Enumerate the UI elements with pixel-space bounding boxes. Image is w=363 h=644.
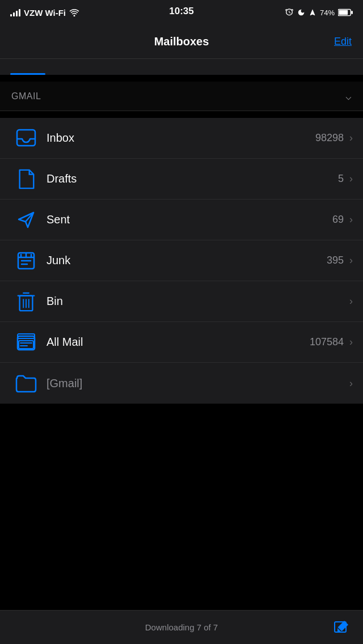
gmail-section-header[interactable]: GMAIL ⌵ bbox=[0, 82, 363, 111]
mailbox-item-drafts[interactable]: Drafts 5 › bbox=[0, 159, 363, 200]
drafts-icon bbox=[10, 169, 42, 189]
drafts-label: Drafts bbox=[42, 172, 338, 185]
junk-icon bbox=[10, 251, 42, 271]
bin-label: Bin bbox=[42, 295, 344, 308]
inbox-count: 98298 bbox=[315, 132, 344, 144]
junk-label: Junk bbox=[42, 254, 327, 267]
alarm-icon bbox=[285, 8, 294, 17]
bin-chevron-icon: › bbox=[349, 295, 353, 307]
mailbox-item-allmail[interactable]: All Mail 107584 › bbox=[0, 322, 363, 363]
svg-rect-1 bbox=[351, 11, 353, 14]
status-right: 74% bbox=[285, 8, 353, 17]
junk-count: 395 bbox=[327, 255, 344, 266]
bottom-toolbar: Downloading 7 of 7 bbox=[0, 610, 363, 644]
mailbox-item-sent[interactable]: Sent 69 › bbox=[0, 200, 363, 240]
svg-rect-2 bbox=[339, 10, 348, 15]
inbox-chevron-icon: › bbox=[349, 132, 353, 144]
mailbox-item-inbox[interactable]: Inbox 98298 › bbox=[0, 118, 363, 159]
bin-icon bbox=[10, 291, 42, 312]
allmail-icon bbox=[10, 333, 42, 352]
mailbox-item-junk[interactable]: Junk 395 › bbox=[0, 240, 363, 281]
svg-rect-3 bbox=[17, 130, 35, 146]
scroll-indicator-container bbox=[0, 59, 363, 75]
allmail-label: All Mail bbox=[42, 336, 310, 349]
section-separator bbox=[0, 75, 363, 82]
allmail-chevron-icon: › bbox=[349, 336, 353, 348]
svg-rect-20 bbox=[19, 341, 33, 349]
signal-bars-icon bbox=[10, 9, 20, 16]
junk-chevron-icon: › bbox=[349, 255, 353, 266]
allmail-count: 107584 bbox=[310, 336, 344, 348]
inbox-label: Inbox bbox=[42, 132, 315, 145]
inbox-icon bbox=[10, 129, 42, 148]
carrier-label: VZW Wi-Fi bbox=[24, 8, 66, 18]
scroll-indicator bbox=[10, 73, 45, 75]
edit-button[interactable]: Edit bbox=[334, 36, 352, 48]
download-status: Downloading 7 of 7 bbox=[32, 622, 331, 632]
mailbox-item-gmail[interactable]: [Gmail] › bbox=[0, 363, 363, 404]
battery-icon bbox=[338, 9, 353, 16]
moon-icon bbox=[297, 9, 305, 16]
section-label: GMAIL bbox=[11, 91, 41, 101]
sent-label: Sent bbox=[42, 213, 332, 226]
status-left: VZW Wi-Fi bbox=[10, 8, 79, 18]
compose-button[interactable] bbox=[331, 617, 352, 638]
gmail-label: [Gmail] bbox=[42, 377, 344, 390]
status-bar: VZW Wi-Fi 10:35 74% bbox=[0, 0, 363, 25]
gmail-folder-icon bbox=[10, 374, 42, 393]
mail-list: Inbox 98298 › Drafts 5 › Sent 69 › bbox=[0, 118, 363, 404]
location-icon bbox=[309, 9, 316, 16]
sent-icon bbox=[10, 210, 42, 230]
sent-count: 69 bbox=[332, 214, 344, 226]
sent-chevron-icon: › bbox=[349, 214, 353, 226]
drafts-chevron-icon: › bbox=[349, 173, 353, 185]
drafts-count: 5 bbox=[338, 173, 344, 185]
gmail-chevron-icon: › bbox=[349, 378, 353, 389]
chevron-down-icon: ⌵ bbox=[345, 90, 352, 103]
mailbox-item-bin[interactable]: Bin › bbox=[0, 281, 363, 322]
nav-header: Mailboxes Edit bbox=[0, 25, 363, 59]
status-time: 10:35 bbox=[169, 6, 193, 17]
battery-label: 74% bbox=[320, 9, 335, 17]
wifi-icon bbox=[69, 9, 79, 16]
list-separator bbox=[0, 111, 363, 118]
page-title: Mailboxes bbox=[154, 35, 209, 48]
